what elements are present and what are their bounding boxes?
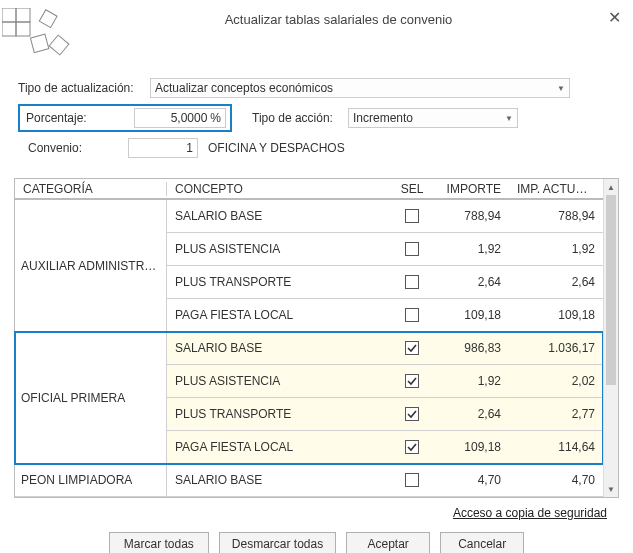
amount-cell: 1,92 [431, 365, 509, 397]
row-checkbox[interactable] [405, 242, 419, 256]
updated-amount-cell: 788,94 [509, 200, 603, 232]
table-row[interactable]: PLUS TRANSPORTE2,642,64 [167, 266, 603, 299]
update-type-value: Actualizar conceptos económicos [155, 81, 333, 95]
row-checkbox[interactable] [405, 341, 419, 355]
svg-rect-5 [30, 34, 48, 52]
row-checkbox[interactable] [405, 308, 419, 322]
svg-rect-4 [39, 10, 57, 28]
scroll-down-arrow[interactable]: ▼ [604, 481, 618, 497]
mark-all-button[interactable]: Marcar todas [109, 532, 209, 553]
sel-cell [393, 365, 431, 397]
svg-rect-3 [16, 22, 30, 36]
action-type-label: Tipo de acción: [252, 111, 342, 125]
percentage-highlight: Porcentaje: 5,0000 % [18, 104, 232, 132]
agreement-label: Convenio: [28, 141, 122, 155]
updated-amount-cell: 1.036,17 [509, 332, 603, 364]
unmark-all-button[interactable]: Desmarcar todas [219, 532, 336, 553]
header-concept[interactable]: CONCEPTO [167, 182, 393, 196]
sel-cell [393, 431, 431, 463]
sel-cell [393, 266, 431, 298]
amount-cell: 4,70 [431, 464, 509, 496]
updated-amount-cell: 2,02 [509, 365, 603, 397]
concept-cell: PAGA FIESTA LOCAL [167, 299, 393, 331]
updated-amount-cell: 114,64 [509, 431, 603, 463]
concept-cell: SALARIO BASE [167, 464, 393, 496]
category-group: PEON LIMPIADORASALARIO BASE4,704,70 [15, 464, 603, 497]
updated-amount-cell: 1,92 [509, 233, 603, 265]
accept-button[interactable]: Aceptar [346, 532, 430, 553]
cancel-button[interactable]: Cancelar [440, 532, 524, 553]
vertical-scrollbar[interactable]: ▲ ▼ [603, 179, 618, 497]
update-type-select[interactable]: Actualizar conceptos económicos ▼ [150, 78, 570, 98]
row-checkbox[interactable] [405, 209, 419, 223]
concept-cell: PLUS ASISTENCIA [167, 365, 393, 397]
window-title: Actualizar tablas salariales de convenio [72, 12, 605, 27]
table-header-row: CATEGORÍA CONCEPTO SEL IMPORTE IMP. ACTU… [15, 179, 603, 200]
updated-amount-cell: 2,77 [509, 398, 603, 430]
updated-amount-cell: 4,70 [509, 464, 603, 496]
amount-cell: 2,64 [431, 398, 509, 430]
row-checkbox[interactable] [405, 473, 419, 487]
header-category[interactable]: CATEGORÍA [15, 182, 167, 196]
concept-cell: PLUS TRANSPORTE [167, 398, 393, 430]
table-row[interactable]: PLUS ASISTENCIA1,921,92 [167, 233, 603, 266]
table-row[interactable]: PLUS TRANSPORTE2,642,77 [167, 398, 603, 431]
row-checkbox[interactable] [405, 374, 419, 388]
percentage-label: Porcentaje: [26, 111, 134, 125]
sel-cell [393, 299, 431, 331]
table-row[interactable]: PAGA FIESTA LOCAL109,18114,64 [167, 431, 603, 464]
sel-cell [393, 200, 431, 232]
svg-rect-6 [49, 35, 69, 55]
concept-cell: PAGA FIESTA LOCAL [167, 431, 393, 463]
table-row[interactable]: SALARIO BASE788,94788,94 [167, 200, 603, 233]
table-row[interactable]: SALARIO BASE986,831.036,17 [167, 332, 603, 365]
table-row[interactable]: SALARIO BASE4,704,70 [167, 464, 603, 497]
table-row[interactable]: PAGA FIESTA LOCAL109,18109,18 [167, 299, 603, 332]
row-checkbox[interactable] [405, 407, 419, 421]
updated-amount-cell: 109,18 [509, 299, 603, 331]
category-cell[interactable]: OFICIAL PRIMERA [15, 332, 167, 464]
concept-cell: SALARIO BASE [167, 200, 393, 232]
svg-rect-0 [2, 8, 16, 22]
row-checkbox[interactable] [405, 275, 419, 289]
amount-cell: 2,64 [431, 266, 509, 298]
sel-cell [393, 233, 431, 265]
sel-cell [393, 398, 431, 430]
svg-rect-1 [16, 8, 30, 22]
salary-table: CATEGORÍA CONCEPTO SEL IMPORTE IMP. ACTU… [14, 178, 619, 498]
amount-cell: 1,92 [431, 233, 509, 265]
app-logo [2, 8, 72, 68]
chevron-down-icon: ▼ [505, 114, 513, 123]
header-sel[interactable]: SEL [393, 182, 431, 196]
row-checkbox[interactable] [405, 440, 419, 454]
category-group: AUXILIAR ADMINISTRATI...SALARIO BASE788,… [15, 200, 603, 332]
percentage-input[interactable]: 5,0000 % [134, 108, 226, 128]
agreement-number-input[interactable]: 1 [128, 138, 198, 158]
header-updated-amount[interactable]: IMP. ACTUALI... [509, 182, 603, 196]
scroll-thumb[interactable] [606, 195, 616, 385]
category-cell[interactable]: PEON LIMPIADORA [15, 464, 167, 497]
sel-cell [393, 464, 431, 496]
amount-cell: 986,83 [431, 332, 509, 364]
category-group: OFICIAL PRIMERASALARIO BASE986,831.036,1… [15, 332, 603, 464]
concept-cell: SALARIO BASE [167, 332, 393, 364]
close-button[interactable]: ✕ [605, 8, 623, 27]
percentage-unit: % [210, 111, 221, 125]
concept-cell: PLUS TRANSPORTE [167, 266, 393, 298]
header-amount[interactable]: IMPORTE [431, 182, 509, 196]
updated-amount-cell: 2,64 [509, 266, 603, 298]
scroll-up-arrow[interactable]: ▲ [604, 179, 618, 195]
chevron-down-icon: ▼ [557, 84, 565, 93]
concept-cell: PLUS ASISTENCIA [167, 233, 393, 265]
amount-cell: 788,94 [431, 200, 509, 232]
sel-cell [393, 332, 431, 364]
table-row[interactable]: PLUS ASISTENCIA1,922,02 [167, 365, 603, 398]
category-cell[interactable]: AUXILIAR ADMINISTRATI... [15, 200, 167, 332]
action-type-value: Incremento [353, 111, 413, 125]
update-type-label: Tipo de actualización: [18, 81, 144, 95]
action-type-select[interactable]: Incremento ▼ [348, 108, 518, 128]
agreement-name: OFICINA Y DESPACHOS [208, 141, 345, 155]
backup-link[interactable]: Acceso a copia de seguridad [453, 506, 607, 520]
amount-cell: 109,18 [431, 431, 509, 463]
svg-rect-2 [2, 22, 16, 36]
